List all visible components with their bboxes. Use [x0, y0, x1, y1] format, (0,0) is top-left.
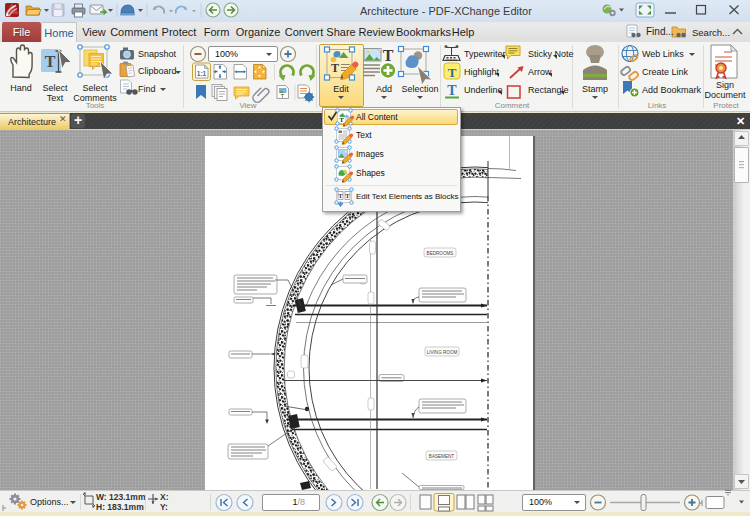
svg-text:1:1: 1:1 — [197, 70, 207, 77]
svg-text:LIVING ROOM: LIVING ROOM — [427, 350, 458, 355]
svg-text:T: T — [447, 83, 457, 98]
svg-text:T: T — [383, 47, 394, 64]
svg-text:T: T — [345, 192, 350, 199]
svg-text:T: T — [338, 192, 343, 199]
svg-text:BEDROOMS: BEDROOMS — [427, 251, 454, 256]
svg-text:T: T — [339, 116, 344, 124]
svg-text:T: T — [448, 65, 457, 80]
svg-text:BASEMENT: BASEMENT — [429, 454, 454, 459]
svg-text:T: T — [45, 53, 56, 70]
svg-text:T: T — [331, 61, 339, 75]
